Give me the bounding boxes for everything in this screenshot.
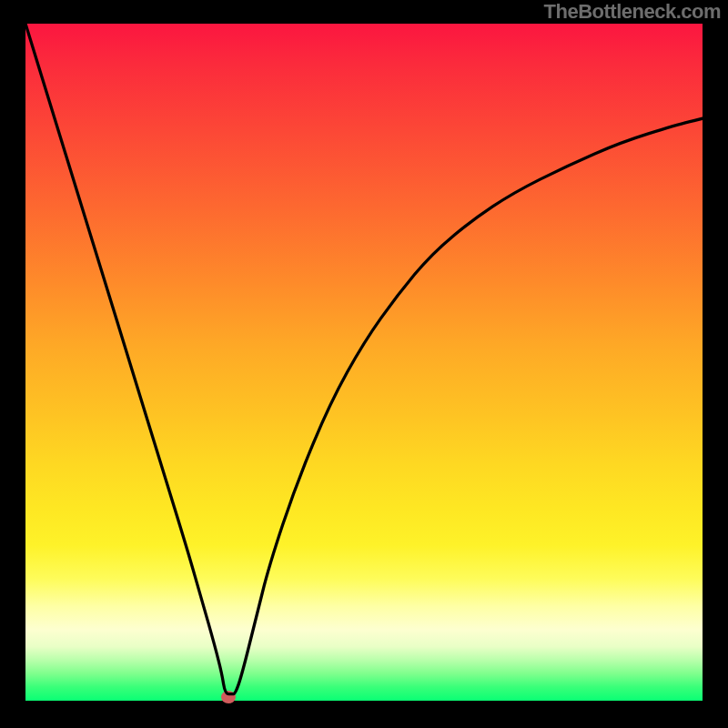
curve-svg [25,24,703,701]
watermark-text: TheBottleneck.com [544,0,721,24]
chart-wrapper: TheBottleneck.com [0,0,728,728]
curve-path [25,24,703,694]
